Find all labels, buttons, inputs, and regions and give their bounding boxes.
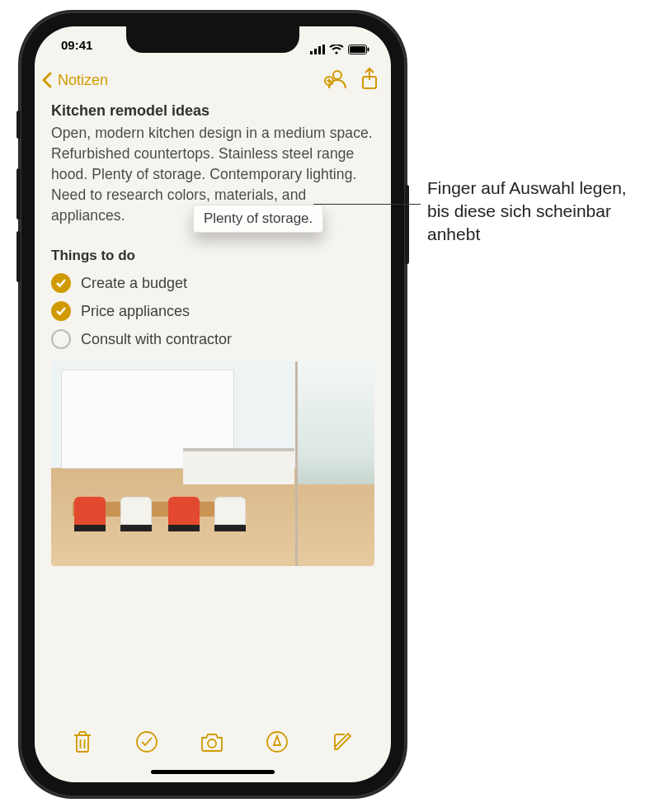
notch [126,26,299,53]
note-attachment-image[interactable] [51,361,374,566]
lifted-selection[interactable]: Plenty of storage. [193,205,323,233]
bottom-toolbar [35,725,391,761]
note-title: Kitchen remodel ideas [51,102,374,120]
checklist: Create a budget Price appliances Consult… [51,269,374,353]
callout-text: Finger auf Auswahl legen, bis diese sich… [427,177,642,246]
back-label: Notizen [58,72,108,89]
lifted-selection-text: Plenty of storage. [204,210,313,226]
checklist-item-label: Price appliances [81,303,190,320]
volume-down-button [16,231,21,282]
camera-button[interactable] [195,725,229,761]
checklist-item[interactable]: Price appliances [51,297,374,325]
markup-icon [266,730,289,753]
mute-switch [16,111,21,139]
svg-rect-3 [322,45,325,54]
checkbox-unchecked-icon[interactable] [51,329,71,349]
callout-line [313,204,421,205]
status-time: 09:41 [61,38,92,61]
volume-up-button [16,168,21,220]
add-people-icon [323,68,348,89]
svg-point-17 [208,739,216,748]
camera-icon [200,731,224,753]
svg-rect-1 [314,49,317,54]
screen: 09:41 Notizen Kitc [35,26,391,782]
power-button [405,185,409,264]
note-subhead: Things to do [51,248,374,264]
svg-rect-7 [368,48,369,52]
phone-frame: 09:41 Notizen Kitc [20,12,406,797]
checkbox-checked-icon[interactable] [51,301,71,321]
compose-icon [331,730,354,753]
svg-point-4 [335,51,337,54]
checklist-item[interactable]: Create a budget [51,269,374,297]
wifi-icon [329,45,344,54]
checklist-icon [135,730,158,753]
markup-button[interactable] [261,725,294,761]
home-indicator[interactable] [151,770,275,774]
share-icon [360,67,379,90]
checkbox-checked-icon[interactable] [51,273,71,293]
back-button[interactable]: Notizen [40,70,108,90]
svg-rect-0 [310,51,313,54]
checklist-item[interactable]: Consult with contractor [51,325,374,353]
svg-point-16 [137,732,157,752]
compose-button[interactable] [326,725,359,761]
checklist-item-label: Create a budget [81,275,187,292]
svg-rect-6 [350,46,365,53]
battery-icon [348,45,369,54]
chevron-left-icon [40,70,56,90]
cellular-icon [310,45,325,54]
share-button[interactable] [360,67,379,93]
trash-icon [72,730,93,753]
checklist-button[interactable] [130,725,163,761]
nav-bar: Notizen [35,61,391,99]
svg-point-8 [333,71,341,79]
status-icons [310,38,369,61]
checklist-item-label: Consult with contractor [81,331,232,348]
delete-button[interactable] [67,725,98,761]
add-people-button[interactable] [323,68,348,92]
svg-rect-2 [318,46,321,54]
